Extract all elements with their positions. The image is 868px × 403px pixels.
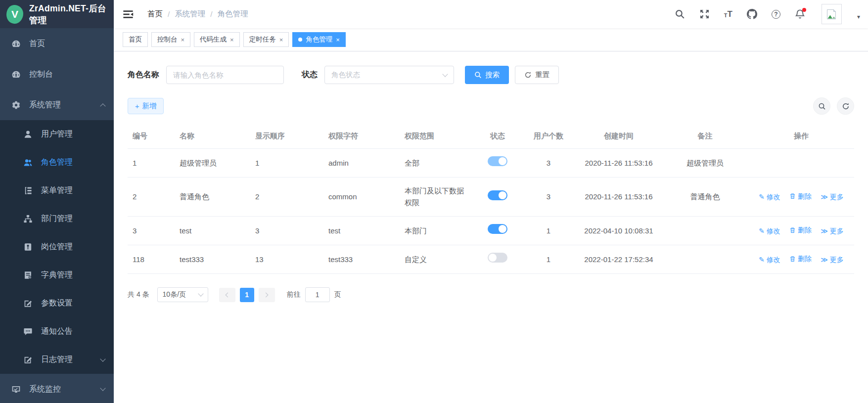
chevron-right-icon xyxy=(264,292,269,297)
col-perm: 权限字符 xyxy=(323,124,400,149)
total-count: 共 4 条 xyxy=(128,290,149,299)
goto-page-input[interactable] xyxy=(305,287,330,302)
tab-label: 定时任务 xyxy=(249,35,276,44)
prev-page-button[interactable] xyxy=(219,288,235,302)
user-icon xyxy=(23,130,33,139)
status-select-placeholder: 角色状态 xyxy=(331,70,360,80)
app-logo-icon: V xyxy=(6,5,23,24)
goto-label: 前往 xyxy=(287,290,301,299)
search-button[interactable]: 搜索 xyxy=(465,66,509,84)
pencil-icon: ✎ xyxy=(759,191,765,202)
sidebar-item-label: 控制台 xyxy=(29,69,53,80)
fullscreen-icon[interactable] xyxy=(699,9,710,19)
edit-link[interactable]: ✎修改 xyxy=(759,225,780,236)
show-search-button[interactable] xyxy=(813,97,830,115)
sidebar-item-dict-management[interactable]: 字典管理 xyxy=(0,261,114,289)
logo-bar[interactable]: V ZrAdmin.NET-后台管理 xyxy=(0,0,114,28)
sidebar-item-log-management[interactable]: 日志管理 xyxy=(0,346,114,374)
col-actions: 操作 xyxy=(748,124,854,149)
monitor-icon xyxy=(11,385,21,394)
table-row: 118 test333 13 test333 自定义 1 2022-01-22 … xyxy=(128,245,854,274)
sidebar-item-system-monitor[interactable]: 系统监控 xyxy=(0,374,114,403)
sidebar-item-home[interactable]: 首页 xyxy=(0,28,114,59)
message-icon xyxy=(23,327,33,336)
page-size-select[interactable]: 10条/页 xyxy=(157,287,208,302)
sidebar-item-post-management[interactable]: 岗位管理 xyxy=(0,233,114,261)
close-icon[interactable]: × xyxy=(230,36,234,44)
help-icon[interactable]: ? xyxy=(772,10,780,19)
sidebar-item-label: 岗位管理 xyxy=(41,242,73,252)
status-toggle[interactable] xyxy=(488,253,507,263)
delete-link[interactable]: 删除 xyxy=(789,224,812,235)
close-icon[interactable]: × xyxy=(336,36,340,44)
active-tab-dot xyxy=(298,38,302,42)
caret-down-icon[interactable]: ▾ xyxy=(857,13,860,24)
sidebar-item-label: 首页 xyxy=(29,39,45,49)
close-icon[interactable]: × xyxy=(181,36,185,44)
app-root: V ZrAdmin.NET-后台管理 首页 控制台 系统管理 用户管理 xyxy=(0,0,868,403)
double-chevron-icon: ≫ xyxy=(821,254,828,265)
add-button[interactable]: + 新增 xyxy=(128,98,164,114)
status-toggle[interactable] xyxy=(488,156,507,166)
status-toggle[interactable] xyxy=(488,190,507,200)
topbar-icons: TT ? ▾ xyxy=(675,4,860,24)
app-title: ZrAdmin.NET-后台管理 xyxy=(29,2,114,26)
goto-page: 前往 页 xyxy=(287,287,341,302)
refresh-button[interactable] xyxy=(837,97,854,115)
table-row: 3 test 3 test 本部门 1 2022-04-10 10:08:31 … xyxy=(128,217,854,245)
font-size-icon[interactable]: TT xyxy=(724,10,732,18)
sidebar-item-user-management[interactable]: 用户管理 xyxy=(0,120,114,148)
col-order: 显示顺序 xyxy=(250,124,323,149)
tab-label: 角色管理 xyxy=(306,35,332,44)
more-link[interactable]: ≫更多 xyxy=(821,225,844,236)
sidebar-item-role-management[interactable]: 角色管理 xyxy=(0,148,114,177)
sidebar-menu: 首页 控制台 系统管理 用户管理 角色管理 xyxy=(0,28,114,403)
col-scope: 权限范围 xyxy=(400,124,474,149)
search-icon[interactable] xyxy=(675,9,685,19)
edit-link[interactable]: ✎修改 xyxy=(759,254,780,265)
edit-link[interactable]: ✎修改 xyxy=(759,191,780,202)
avatar[interactable] xyxy=(822,4,842,24)
tab-console[interactable]: 控制台 × xyxy=(151,32,190,47)
sidebar-item-label: 用户管理 xyxy=(41,129,73,139)
tab-scheduled-tasks[interactable]: 定时任务 × xyxy=(243,32,289,47)
col-status: 状态 xyxy=(474,124,521,149)
delete-link[interactable]: 删除 xyxy=(789,253,812,264)
sidebar-item-param-settings[interactable]: 参数设置 xyxy=(0,289,114,317)
page-number-current[interactable]: 1 xyxy=(240,288,254,302)
more-link[interactable]: ≫更多 xyxy=(821,254,844,265)
table-row: 2 普通角色 2 common 本部门及以下数据权限 3 2020-11-26 … xyxy=(128,178,854,217)
pencil-icon: ✎ xyxy=(759,225,765,236)
role-name-input[interactable] xyxy=(166,66,284,84)
tab-home[interactable]: 首页 xyxy=(123,32,148,47)
status-select[interactable]: 角色状态 xyxy=(324,66,454,84)
col-created: 创建时间 xyxy=(576,124,662,149)
bell-icon[interactable] xyxy=(795,9,805,19)
sidebar-item-console[interactable]: 控制台 xyxy=(0,59,114,90)
table-toolbar: + 新增 xyxy=(128,97,854,115)
tab-role-management[interactable]: 角色管理 × xyxy=(292,32,346,47)
collapse-menu-icon[interactable] xyxy=(123,9,134,20)
breadcrumb-separator: / xyxy=(210,10,212,19)
sidebar-item-dept-management[interactable]: 部门管理 xyxy=(0,205,114,233)
filter-form: 角色名称 状态 角色状态 搜索 重置 xyxy=(128,66,854,84)
more-link[interactable]: ≫更多 xyxy=(821,191,844,202)
tab-label: 代码生成 xyxy=(200,35,227,44)
edit-square-icon xyxy=(23,299,33,308)
sidebar-item-label: 系统监控 xyxy=(29,384,61,395)
sidebar: V ZrAdmin.NET-后台管理 首页 控制台 系统管理 用户管理 xyxy=(0,0,114,403)
dashboard-icon xyxy=(11,39,21,48)
sidebar-item-system-management[interactable]: 系统管理 xyxy=(0,90,114,120)
sidebar-item-menu-management[interactable]: 菜单管理 xyxy=(0,177,114,205)
sidebar-item-label: 系统管理 xyxy=(29,100,61,110)
reset-button[interactable]: 重置 xyxy=(515,66,559,84)
sidebar-item-label: 字典管理 xyxy=(41,270,73,280)
next-page-button[interactable] xyxy=(259,288,275,302)
close-icon[interactable]: × xyxy=(279,36,283,44)
status-toggle[interactable] xyxy=(488,224,507,234)
github-icon[interactable] xyxy=(747,9,757,19)
delete-link[interactable]: 删除 xyxy=(789,191,812,202)
tab-codegen[interactable]: 代码生成 × xyxy=(194,32,240,47)
sidebar-item-notice[interactable]: 通知公告 xyxy=(0,317,114,346)
breadcrumb-home[interactable]: 首页 xyxy=(147,9,163,19)
